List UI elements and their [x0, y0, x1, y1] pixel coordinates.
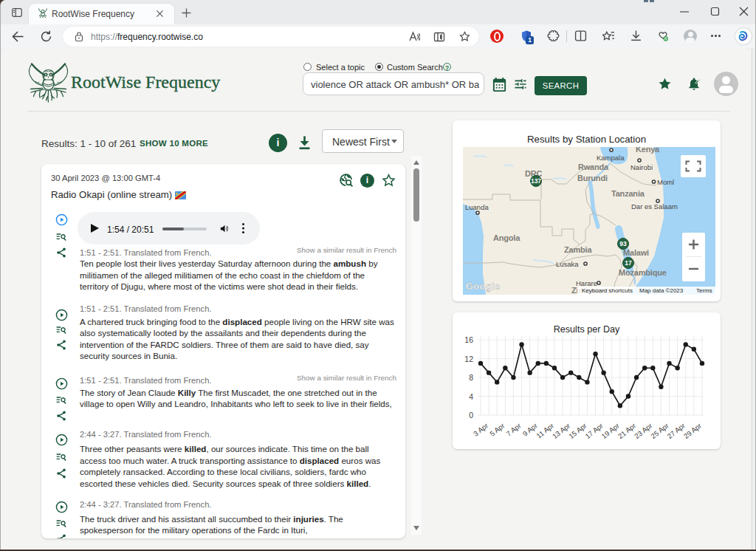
svg-text:Moml: Moml — [657, 178, 674, 186]
svg-text:16: 16 — [464, 335, 473, 344]
svg-text:Nairobi: Nairobi — [630, 163, 653, 171]
svg-text:93: 93 — [619, 240, 627, 247]
svg-text:25 Apr: 25 Apr — [649, 421, 670, 440]
svg-text:17 Apr: 17 Apr — [583, 421, 604, 440]
svg-text:8: 8 — [469, 373, 473, 382]
svg-text:Zambia: Zambia — [564, 245, 592, 254]
svg-text:Burundi: Burundi — [577, 174, 608, 182]
svg-text:5 Apr: 5 Apr — [488, 421, 506, 437]
svg-text:Lusaka: Lusaka — [556, 260, 579, 268]
svg-text:15 Apr: 15 Apr — [567, 421, 588, 440]
svg-text:29 Apr: 29 Apr — [682, 421, 703, 440]
svg-text:7 Apr: 7 Apr — [504, 421, 522, 437]
svg-text:11 Apr: 11 Apr — [535, 421, 555, 439]
svg-text:3 Apr: 3 Apr — [472, 421, 489, 437]
svg-text:Terms: Terms — [696, 287, 712, 294]
svg-text:4: 4 — [469, 392, 473, 401]
svg-text:27 Apr: 27 Apr — [665, 421, 686, 440]
svg-text:Kampala: Kampala — [597, 154, 625, 162]
svg-text:21 Apr: 21 Apr — [616, 421, 637, 440]
svg-text:Harare: Harare — [576, 279, 597, 287]
svg-text:Dar es Salaam: Dar es Salaam — [631, 202, 678, 211]
svg-text:Mozambique: Mozambique — [619, 268, 667, 277]
svg-text:Rwanda: Rwanda — [578, 162, 609, 171]
svg-text:Tanzania: Tanzania — [611, 189, 645, 198]
svg-text:12: 12 — [464, 355, 473, 363]
svg-text:23 Apr: 23 Apr — [633, 421, 653, 440]
svg-text:Kenya: Kenya — [636, 147, 660, 154]
svg-text:Google: Google — [466, 281, 501, 292]
svg-text:Map data ©2023: Map data ©2023 — [639, 287, 684, 294]
svg-text:Malawi: Malawi — [623, 248, 649, 257]
svg-text:Keyboard shortcuts: Keyboard shortcuts — [582, 287, 633, 294]
svg-text:Luanda: Luanda — [465, 203, 489, 211]
svg-text:137: 137 — [531, 177, 541, 185]
svg-text:Angola: Angola — [493, 233, 520, 242]
svg-text:17: 17 — [625, 259, 632, 267]
svg-text:0: 0 — [469, 411, 473, 420]
svg-text:13 Apr: 13 Apr — [551, 421, 571, 440]
svg-text:19 Apr: 19 Apr — [600, 421, 621, 440]
